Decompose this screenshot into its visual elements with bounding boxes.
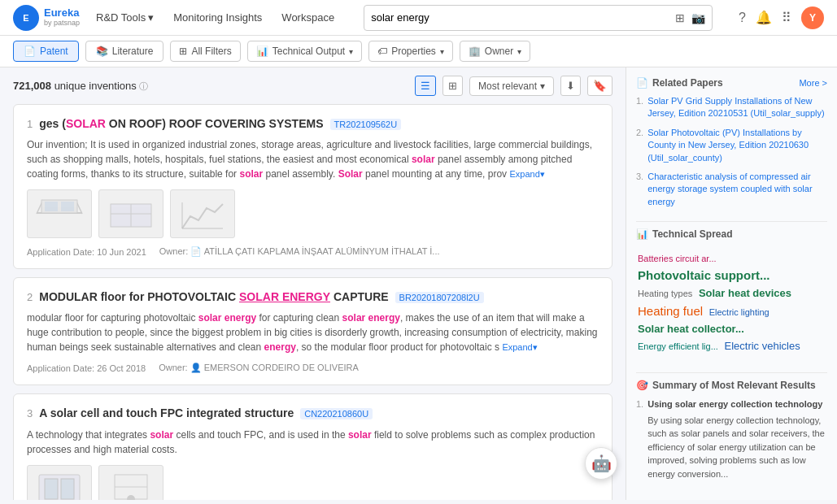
card-3-title: A solar cell and touch FPC integrated st… (39, 406, 294, 420)
nav-monitoring[interactable]: Monitoring Insights (170, 11, 265, 24)
caret-icon: ▾ (148, 11, 154, 24)
result-card-1: 1 ges (SOLAR ON ROOF) ROOF COVERING SYST… (13, 104, 612, 269)
app-header: E Eureka by patsnap R&D Tools ▾ Monitori… (0, 0, 837, 36)
chart-bar-icon: 📊 (636, 228, 648, 240)
card-3-image-1[interactable] (27, 465, 92, 500)
results-panel: 721,008 unique inventions ⓘ ☰ ⊞ Most rel… (0, 67, 626, 500)
card-2-app-date: Application Date: 26 Oct 2018 (27, 363, 146, 373)
ai-chat-button[interactable]: 🤖 (585, 447, 617, 480)
card-2-patent-id[interactable]: BR20201807208l2U (395, 292, 484, 303)
technical-spread-section: 📊 Technical Spread Batteries circuit ar.… (636, 228, 827, 359)
user-avatar[interactable]: Y (801, 7, 824, 29)
card-3-title-row: 3 A solar cell and touch FPC integrated … (27, 406, 599, 420)
properties-filter[interactable]: 🏷 Properties ▾ (368, 41, 453, 62)
patent-icon: 📄 (24, 46, 36, 57)
tab-literature[interactable]: 📚 Literature (85, 41, 164, 62)
logo-sub: by patsnap (44, 20, 80, 28)
toolbar: 📄 Patent 📚 Literature ⊞ All Filters 📊 Te… (0, 36, 837, 67)
search-input[interactable] (371, 11, 675, 24)
tag-heating-fuel[interactable]: Heating fuel (638, 304, 703, 318)
logo[interactable]: E Eureka by patsnap (13, 5, 80, 31)
summary-item-1-label: Using solar energy collection technology (647, 398, 827, 411)
tab-patent[interactable]: 📄 Patent (13, 41, 79, 62)
ai-icon: 🤖 (591, 454, 612, 473)
card-2-abstract: modular floor for capturing photovoltaic… (27, 311, 599, 354)
help-icon[interactable]: ? (739, 11, 746, 25)
search-bar: ⊞ 📷 (364, 5, 713, 31)
list-view-button[interactable]: ☰ (415, 76, 436, 96)
tag-cloud: Batteries circuit ar... Photovoltaic sup… (636, 246, 827, 359)
nav-rd-tools[interactable]: R&D Tools ▾ (93, 11, 157, 24)
apps-icon[interactable]: ⠿ (782, 10, 791, 25)
info-icon[interactable]: ⓘ (139, 81, 148, 91)
tag-batteries[interactable]: Batteries circuit ar... (638, 254, 717, 263)
technical-output-filter[interactable]: 📊 Technical Output ▾ (247, 41, 362, 62)
tag-energy-efficient[interactable]: Energy efficient lig... (638, 341, 718, 351)
bookmark-button[interactable]: 🔖 (587, 76, 612, 96)
card-1-app-date: Application Date: 10 Jun 2021 (27, 247, 146, 257)
card-1-patent-id[interactable]: TR202109562U (330, 119, 402, 130)
chart-icon: 📊 (256, 46, 268, 57)
logo-name: Eureka (44, 7, 80, 19)
tag-solar-heat-devices[interactable]: Solar heat devices (699, 287, 791, 299)
card-1-image-3[interactable] (170, 189, 235, 238)
card-3-images (27, 465, 599, 500)
summary-item-1-content: Using solar energy collection technology… (647, 398, 827, 480)
svg-rect-6 (45, 202, 58, 211)
download-button[interactable]: ⬇ (560, 76, 581, 96)
bell-icon[interactable]: 🔔 (756, 10, 772, 25)
svg-rect-7 (61, 202, 74, 211)
tag-solar-heat-collector[interactable]: Solar heat collector... (638, 323, 744, 335)
summary-item-1-text: By using solar energy collection technol… (647, 414, 827, 481)
card-1-abstract: Our invention; It is used in organized i… (27, 137, 599, 181)
card-1-title: ges (SOLAR ON ROOF) ROOF COVERING SYSTEM… (39, 116, 323, 131)
card-3-image-2[interactable] (98, 465, 163, 500)
owner-filter[interactable]: 🏢 Owner ▾ (460, 41, 530, 62)
caret-down-icon3: ▾ (517, 47, 521, 56)
card-2-expand[interactable]: Expand▾ (502, 342, 537, 352)
sort-button[interactable]: Most relevant ▾ (469, 76, 554, 96)
tag-heating-types[interactable]: Heating types (638, 289, 692, 298)
svg-text:E: E (23, 13, 28, 23)
nav-workspace[interactable]: Workspace (278, 11, 338, 24)
header-actions: ? 🔔 ⠿ Y (739, 7, 824, 29)
grid-view-button[interactable]: ⊞ (442, 76, 463, 96)
tag-electric-lighting[interactable]: Electric lighting (709, 307, 769, 317)
results-summary: 721,008 unique inventions ⓘ (13, 80, 148, 93)
summary-title: 🎯 Summary of Most Relevant Results (636, 380, 816, 391)
card-1-image-2[interactable] (98, 189, 163, 238)
card-2-meta: Application Date: 26 Oct 2018 Owner: 👤 E… (27, 363, 599, 373)
card-1-num: 1 (27, 118, 33, 130)
summary-header: 🎯 Summary of Most Relevant Results (636, 380, 827, 391)
tag-icon: 🏷 (377, 46, 387, 57)
camera-icon[interactable]: 📷 (691, 11, 705, 24)
technical-spread-header: 📊 Technical Spread (636, 228, 827, 240)
technical-spread-title: 📊 Technical Spread (636, 228, 732, 240)
svg-rect-15 (61, 479, 74, 499)
summary-item-1: 1. Using solar energy collection technol… (636, 398, 827, 480)
card-1-image-1[interactable] (27, 189, 92, 238)
card-3-patent-id[interactable]: CN220210860U (300, 408, 373, 419)
caret-down-icon2: ▾ (440, 47, 444, 56)
svg-rect-14 (45, 479, 58, 499)
more-papers-link[interactable]: More > (799, 78, 827, 88)
card-3-abstract: A technology that integrates solar cells… (27, 428, 599, 457)
tag-photovoltaic[interactable]: Photovoltaic support... (638, 268, 770, 282)
main-content: 721,008 unique inventions ⓘ ☰ ⊞ Most rel… (0, 67, 837, 500)
card-1-expand[interactable]: Expand▾ (509, 169, 544, 179)
papers-icon: 📄 (636, 77, 648, 89)
card-2-owner: Owner: 👤 EMERSON CORDEIRO DE OLIVEIRA (159, 363, 359, 373)
divider-1 (636, 221, 827, 222)
building-icon: 🏢 (469, 46, 481, 57)
related-paper-1: 1. Solar PV Grid Supply Installations of… (636, 95, 827, 120)
literature-icon: 📚 (96, 46, 108, 57)
related-paper-3: 3. Characteristic analysis of compressed… (636, 171, 827, 208)
related-papers-list: 1. Solar PV Grid Supply Installations of… (636, 95, 827, 208)
related-papers-header: 📄 Related Papers More > (636, 77, 827, 89)
grid-icon[interactable]: ⊞ (675, 11, 685, 24)
tag-electric-vehicles[interactable]: Electric vehicles (724, 340, 800, 352)
card-2-title-row: 2 MODULAR floor for PHOTOVOLTAIC SOLAR E… (27, 289, 599, 304)
results-count: 721,008 (13, 80, 51, 92)
caret-down-icon: ▾ (349, 47, 353, 56)
all-filters-button[interactable]: ⊞ All Filters (170, 41, 240, 62)
